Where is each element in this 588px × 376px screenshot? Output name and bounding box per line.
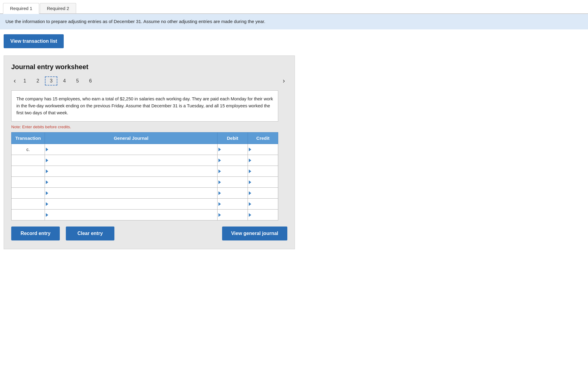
indicator-icon: [249, 213, 251, 217]
indicator-icon: [218, 159, 221, 162]
header-debit: Debit: [218, 133, 248, 144]
view-transaction-button[interactable]: View transaction list: [4, 34, 64, 48]
journal-cell-6[interactable]: [45, 199, 218, 210]
credit-cell-6[interactable]: [248, 199, 278, 210]
buttons-row: Record entry Clear entry View general jo…: [11, 227, 287, 240]
transaction-cell-1: c.: [12, 144, 45, 155]
page-wrapper: Required 1 Required 2 Use the informatio…: [0, 0, 588, 376]
credit-cell-7[interactable]: [248, 210, 278, 220]
indicator-icon: [249, 180, 251, 184]
view-general-journal-button[interactable]: View general journal: [222, 227, 287, 240]
header-transaction: Transaction: [12, 133, 45, 144]
table-row: [12, 155, 278, 166]
record-entry-button[interactable]: Record entry: [11, 227, 60, 240]
indicator-icon: [249, 148, 251, 151]
tab-required-2[interactable]: Required 2: [40, 3, 76, 13]
table-row: [12, 188, 278, 199]
page-nav: ‹ 1 2 3 4 5 6 ›: [11, 76, 287, 86]
indicator-icon: [218, 170, 221, 173]
indicator-icon: [46, 148, 48, 151]
table-row: [12, 199, 278, 210]
worksheet-title: Journal entry worksheet: [11, 63, 287, 71]
journal-cell-3[interactable]: [45, 166, 218, 177]
journal-cell-4[interactable]: [45, 177, 218, 188]
table-row: [12, 177, 278, 188]
table-row: c.: [12, 144, 278, 155]
credit-cell-5[interactable]: [248, 188, 278, 199]
note-text: Note: Enter debits before credits.: [11, 125, 287, 129]
tab-required-1[interactable]: Required 1: [3, 3, 39, 14]
info-banner-text: Use the information to prepare adjusting…: [5, 19, 265, 24]
debit-cell-6[interactable]: [218, 199, 248, 210]
transaction-cell-5: [12, 188, 45, 199]
credit-cell-2[interactable]: [248, 155, 278, 166]
credit-cell-1[interactable]: [248, 144, 278, 155]
credit-cell-3[interactable]: [248, 166, 278, 177]
transaction-cell-4: [12, 177, 45, 188]
header-credit: Credit: [248, 133, 278, 144]
transaction-cell-6: [12, 199, 45, 210]
indicator-icon: [249, 202, 251, 206]
journal-cell-5[interactable]: [45, 188, 218, 199]
debit-cell-3[interactable]: [218, 166, 248, 177]
journal-cell-7[interactable]: [45, 210, 218, 220]
indicator-icon: [46, 159, 48, 162]
indicator-icon: [218, 202, 221, 206]
page-6[interactable]: 6: [85, 77, 96, 85]
indicator-icon: [46, 180, 48, 184]
page-4[interactable]: 4: [59, 77, 70, 85]
header-journal: General Journal: [45, 133, 218, 144]
debit-cell-7[interactable]: [218, 210, 248, 220]
prev-page-button[interactable]: ‹: [11, 76, 18, 86]
page-3[interactable]: 3: [45, 76, 57, 86]
indicator-icon: [46, 191, 48, 195]
page-2[interactable]: 2: [32, 77, 44, 85]
indicator-icon: [218, 180, 221, 184]
description-box: The company has 15 employees, who earn a…: [11, 90, 278, 122]
indicator-icon: [218, 148, 221, 151]
indicator-icon: [46, 213, 48, 217]
table-row: [12, 210, 278, 220]
journal-table: Transaction General Journal Debit Credit…: [11, 132, 278, 220]
journal-cell-1[interactable]: [45, 144, 218, 155]
credit-cell-4[interactable]: [248, 177, 278, 188]
page-1[interactable]: 1: [19, 77, 31, 85]
indicator-icon: [46, 170, 48, 173]
next-page-button[interactable]: ›: [280, 76, 287, 86]
tabs-bar: Required 1 Required 2: [0, 0, 588, 14]
indicator-icon: [249, 170, 251, 173]
debit-cell-5[interactable]: [218, 188, 248, 199]
indicator-icon: [218, 191, 221, 195]
indicator-icon: [249, 159, 251, 162]
debit-cell-4[interactable]: [218, 177, 248, 188]
clear-entry-button[interactable]: Clear entry: [66, 227, 114, 240]
indicator-icon: [249, 191, 251, 195]
transaction-cell-3: [12, 166, 45, 177]
indicator-icon: [218, 213, 221, 217]
journal-cell-2[interactable]: [45, 155, 218, 166]
transaction-cell-2: [12, 155, 45, 166]
indicator-icon: [46, 202, 48, 206]
worksheet-container: Journal entry worksheet ‹ 1 2 3 4 5 6 › …: [4, 55, 295, 250]
info-banner: Use the information to prepare adjusting…: [0, 14, 588, 29]
debit-cell-1[interactable]: [218, 144, 248, 155]
debit-cell-2[interactable]: [218, 155, 248, 166]
table-row: [12, 166, 278, 177]
description-text: The company has 15 employees, who earn a…: [16, 96, 273, 115]
transaction-cell-7: [12, 210, 45, 220]
page-5[interactable]: 5: [72, 77, 83, 85]
